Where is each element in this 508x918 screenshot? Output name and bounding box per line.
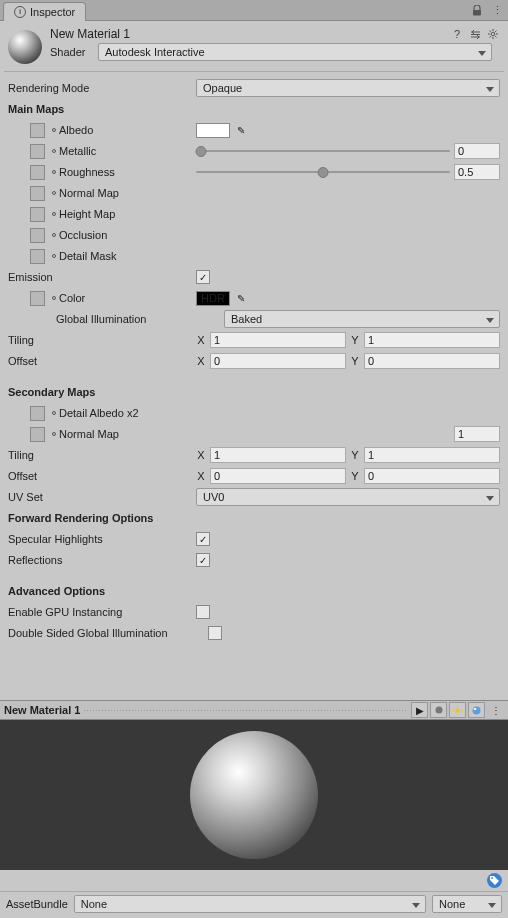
roughness-texture-slot[interactable] xyxy=(30,165,45,180)
reflections-checkbox[interactable]: ✓ xyxy=(196,553,210,567)
rendering-mode-dropdown[interactable]: Opaque xyxy=(196,79,500,97)
albedo-color[interactable] xyxy=(196,123,230,138)
metallic-texture-slot[interactable] xyxy=(30,144,45,159)
svg-point-9 xyxy=(474,708,477,710)
uvset-dropdown[interactable]: UV0 xyxy=(196,488,500,506)
uvset-label: UV Set xyxy=(8,491,43,503)
svg-point-1 xyxy=(491,32,495,36)
reflections-label: Reflections xyxy=(8,554,62,566)
emission-color[interactable]: HDR xyxy=(196,291,230,306)
preview-bar: New Material 1 ▶ ⋮ xyxy=(0,700,508,720)
double-sided-label: Double Sided Global Illumination xyxy=(8,627,168,639)
secondary-normal-label: Normal Map xyxy=(59,428,119,440)
inspector-tab[interactable]: i Inspector xyxy=(3,2,86,21)
roughness-value[interactable]: 0.5 xyxy=(454,164,500,180)
detailmask-label: Detail Mask xyxy=(59,250,116,262)
material-properties: Rendering Mode Opaque Main Maps Albedo ✎… xyxy=(0,72,508,650)
emission-color-texture-slot[interactable] xyxy=(30,291,45,306)
specular-label: Specular Highlights xyxy=(8,533,103,545)
reset-icon[interactable] xyxy=(52,149,56,153)
albedo-texture-slot[interactable] xyxy=(30,123,45,138)
reset-icon[interactable] xyxy=(52,254,56,258)
preview-menu-icon[interactable]: ⋮ xyxy=(487,702,504,718)
specular-checkbox[interactable]: ✓ xyxy=(196,532,210,546)
color-picker-icon[interactable]: ✎ xyxy=(234,292,247,305)
reset-icon[interactable] xyxy=(52,170,56,174)
tag-icon[interactable] xyxy=(487,873,502,888)
metallic-value[interactable]: 0 xyxy=(454,143,500,159)
assetbundle-variant-dropdown[interactable]: None xyxy=(432,895,502,913)
sec-offset-label: Offset xyxy=(8,470,37,482)
help-icon[interactable]: ? xyxy=(450,27,464,41)
reset-icon[interactable] xyxy=(52,212,56,216)
albedo-label: Albedo xyxy=(59,124,93,136)
height-label: Height Map xyxy=(59,208,115,220)
reset-icon[interactable] xyxy=(52,411,56,415)
secondary-normal-value[interactable]: 1 xyxy=(454,426,500,442)
offset-x[interactable]: 0 xyxy=(210,353,346,369)
preview-title: New Material 1 xyxy=(4,704,80,716)
gpu-label: Enable GPU Instancing xyxy=(8,606,122,618)
material-name: New Material 1 xyxy=(50,27,130,41)
emission-checkbox[interactable]: ✓ xyxy=(196,270,210,284)
occlusion-texture-slot[interactable] xyxy=(30,228,45,243)
menu-icon[interactable]: ⋮ xyxy=(490,3,504,17)
detailmask-texture-slot[interactable] xyxy=(30,249,45,264)
occlusion-label: Occlusion xyxy=(59,229,107,241)
reflection-icon[interactable] xyxy=(468,702,485,718)
roughness-label: Roughness xyxy=(59,166,115,178)
shader-label: Shader xyxy=(50,46,92,58)
play-icon[interactable]: ▶ xyxy=(411,702,428,718)
sec-tiling-label: Tiling xyxy=(8,449,34,461)
reset-icon[interactable] xyxy=(52,191,56,195)
tab-bar: i Inspector ⋮ xyxy=(0,0,508,21)
shader-dropdown[interactable]: Autodesk Interactive xyxy=(98,43,492,61)
reset-icon[interactable] xyxy=(52,128,56,132)
double-sided-checkbox[interactable] xyxy=(208,626,222,640)
preset-icon[interactable] xyxy=(468,27,482,41)
light-icon[interactable] xyxy=(449,702,466,718)
metallic-slider[interactable] xyxy=(196,144,450,158)
material-preview-icon xyxy=(8,30,42,64)
color-picker-icon[interactable]: ✎ xyxy=(234,124,247,137)
secondary-maps-heading: Secondary Maps xyxy=(8,386,95,398)
reset-icon[interactable] xyxy=(52,432,56,436)
settings-icon[interactable] xyxy=(486,27,500,41)
gi-dropdown[interactable]: Baked xyxy=(224,310,500,328)
svg-rect-0 xyxy=(473,10,481,16)
sec-tiling-y[interactable]: 1 xyxy=(364,447,500,463)
secondary-normal-texture-slot[interactable] xyxy=(30,427,45,442)
lock-icon[interactable] xyxy=(470,3,484,17)
reset-icon[interactable] xyxy=(52,296,56,300)
tiling-y[interactable]: 1 xyxy=(364,332,500,348)
svg-point-3 xyxy=(455,708,460,713)
shape-icon[interactable] xyxy=(430,702,447,718)
offset-y[interactable]: 0 xyxy=(364,353,500,369)
svg-point-10 xyxy=(491,877,493,879)
offset-label: Offset xyxy=(8,355,37,367)
sec-offset-x[interactable]: 0 xyxy=(210,468,346,484)
height-texture-slot[interactable] xyxy=(30,207,45,222)
roughness-slider[interactable] xyxy=(196,165,450,179)
preview-viewport[interactable] xyxy=(0,720,508,870)
gpu-checkbox[interactable] xyxy=(196,605,210,619)
assetbundle-main-dropdown[interactable]: None xyxy=(74,895,426,913)
normal-texture-slot[interactable] xyxy=(30,186,45,201)
normal-label: Normal Map xyxy=(59,187,119,199)
detail-albedo-texture-slot[interactable] xyxy=(30,406,45,421)
rendering-mode-label: Rendering Mode xyxy=(8,82,89,94)
tiling-x[interactable]: 1 xyxy=(210,332,346,348)
detail-albedo-label: Detail Albedo x2 xyxy=(59,407,139,419)
emission-label: Emission xyxy=(8,271,53,283)
advanced-heading: Advanced Options xyxy=(8,585,105,597)
preview-drag-handle[interactable] xyxy=(84,710,407,711)
assetbundle-label: AssetBundle xyxy=(6,898,68,910)
svg-point-2 xyxy=(435,707,442,714)
reset-icon[interactable] xyxy=(52,233,56,237)
svg-point-8 xyxy=(473,706,481,714)
gi-label: Global Illumination xyxy=(56,313,147,325)
sec-offset-y[interactable]: 0 xyxy=(364,468,500,484)
tiling-label: Tiling xyxy=(8,334,34,346)
main-maps-heading: Main Maps xyxy=(8,103,64,115)
sec-tiling-x[interactable]: 1 xyxy=(210,447,346,463)
